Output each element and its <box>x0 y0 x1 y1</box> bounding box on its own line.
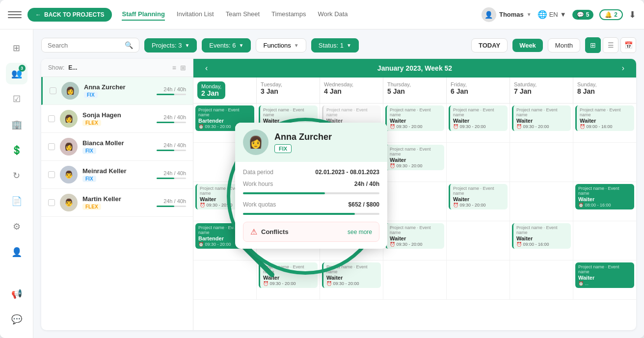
cal-cell[interactable] <box>447 221 510 260</box>
sidebar-item-sync[interactable]: ↻ <box>6 165 27 186</box>
event-card[interactable]: Project name · Event nameWaiter⏰ 09:30 -… <box>322 262 381 288</box>
cal-day-col-tue: Tuesday, 3 Jan <box>257 78 320 103</box>
staff-checkbox[interactable] <box>48 171 55 178</box>
event-card[interactable]: Project name · Event nameWaiter⏰ 09:30 -… <box>385 105 444 131</box>
staff-checkbox[interactable] <box>48 199 55 206</box>
status-filter-button[interactable]: Status: 1 ▼ <box>311 38 359 52</box>
staff-checkbox[interactable] <box>50 87 56 94</box>
see-more-link[interactable]: see more <box>348 229 372 235</box>
projects-filter-button[interactable]: Projects: 3 ▼ <box>144 38 197 52</box>
calendar-area: Show: E... ≡ ⊞ 👩 Anna Zurcher FIX <box>41 59 636 330</box>
filter-icon[interactable]: ≡ <box>172 64 176 72</box>
month-button[interactable]: Month <box>548 38 580 52</box>
cal-cell[interactable]: Project name · Event nameWaiter⏰ 09:30 -… <box>383 104 447 142</box>
staff-item-bianca[interactable]: 👩 Bianca Moller FIX 24h / 40h <box>41 133 193 161</box>
sidebar-item-account[interactable]: 👤 <box>6 241 27 263</box>
cal-cell[interactable]: Project name · Event nameWaiter⏰ 09:30 -… <box>510 104 573 142</box>
today-button[interactable]: TODAY <box>471 38 508 52</box>
avatar-anna: 👩 <box>61 82 79 100</box>
functions-filter-button[interactable]: Functions ▼ <box>256 38 306 52</box>
staff-name-anna: Anna Zurcher <box>84 83 152 91</box>
cal-cell[interactable]: Project name · Event nameWaiter⏰ 09:30 -… <box>320 260 383 299</box>
event-time-label: ⏰ 08:00 - 16:00 <box>578 203 631 208</box>
sidebar-item-announcements[interactable]: 📢 <box>6 283 27 305</box>
staff-item-anna[interactable]: 👩 Anna Zurcher FIX 24h / 40h <box>41 77 193 105</box>
week-button[interactable]: Week <box>512 39 543 52</box>
search-box[interactable]: 🔍 <box>41 38 139 52</box>
sidebar-item-staff[interactable]: 👥 3 <box>6 63 27 84</box>
cal-cell[interactable] <box>573 221 636 260</box>
calendar-next-button[interactable]: › <box>618 64 628 73</box>
tab-staff-planning[interactable]: Staff Planning <box>122 8 164 21</box>
user-menu[interactable]: 👤 Thomas ▼ <box>482 7 532 22</box>
event-card[interactable]: Project name · Event nameWaiter⏰ 09:30 -… <box>449 184 508 209</box>
event-card[interactable]: Project name · Event nameWaiter⏰ 09:30 -… <box>259 262 318 288</box>
grid-view-button[interactable]: ⊞ <box>585 37 601 53</box>
tab-work-data[interactable]: Work Data <box>318 8 348 21</box>
cal-cell[interactable] <box>447 143 510 182</box>
cal-cell[interactable] <box>510 182 573 221</box>
bell-badge[interactable]: 🔔 2 <box>599 9 623 20</box>
sidebar-item-tasks[interactable]: ☑ <box>6 88 27 110</box>
staff-item-sonja[interactable]: 👩 Sonja Hagen FLEX 24h / 40h <box>41 105 193 133</box>
work-hours-value: 24h / 40h <box>354 181 379 187</box>
events-filter-button[interactable]: Events: 6 ▼ <box>202 38 251 52</box>
staff-checkbox[interactable] <box>48 143 55 150</box>
language-selector[interactable]: 🌐 EN ▼ <box>537 10 566 19</box>
cal-cell[interactable] <box>510 143 573 182</box>
cal-cell[interactable]: Project name · Event nameWaiter⏰ 09:30 -… <box>383 221 447 260</box>
sidebar-item-chat[interactable]: 💬 <box>6 309 27 330</box>
cal-cell[interactable]: Project name · Event nameWaiter⏰ 09:30 -… <box>447 104 510 142</box>
cal-day-name-mon: Monday, <box>201 83 221 89</box>
event-card[interactable]: Project name · Event nameWaiter⏰ 09:00 -… <box>575 105 634 131</box>
cal-cell[interactable]: Project name · Event nameWaiter⏰ 09:30 -… <box>447 182 510 221</box>
event-role-label: Waiter <box>516 235 568 241</box>
staff-item-meinrad[interactable]: 👨 Meinrad Keller FIX 24h / 40h <box>41 161 193 189</box>
cal-cell[interactable]: Project name · Event nameWaiter⏰ 09:00 -… <box>510 221 573 260</box>
event-card[interactable]: Project name · Event nameWaiter⏰ 09:30 -… <box>449 105 508 131</box>
work-hours-progress-fill <box>243 192 325 194</box>
cal-cell[interactable] <box>193 260 257 299</box>
list-view-button[interactable]: ☰ <box>603 37 618 53</box>
cal-cell[interactable]: Project name · Event nameWaiter⏰ 09:30 -… <box>383 143 447 182</box>
list-icon[interactable]: ⊞ <box>180 64 186 72</box>
cal-cell[interactable]: Project name · Event nameWaiter⏰ 09:30 -… <box>257 260 320 299</box>
sidebar-item-documents[interactable]: 📄 <box>6 190 27 212</box>
sidebar-item-finance[interactable]: 💲 <box>6 139 27 161</box>
event-card[interactable]: Project name · Event nameWaiter⏰ 09:30 -… <box>385 145 444 170</box>
cal-cell[interactable] <box>573 143 636 182</box>
cal-cell[interactable]: Project name · Event nameWaiter⏰ 08:00 -… <box>573 182 636 221</box>
event-card[interactable]: Project name · Event nameWaiter⏰ ... <box>575 262 634 288</box>
event-card[interactable]: Project name · Event nameWaiter⏰ 08:00 -… <box>575 184 634 209</box>
event-card[interactable]: Project name · Event nameWaiter⏰ 09:00 -… <box>512 223 571 249</box>
sidebar-item-buildings[interactable]: 🏢 <box>6 114 27 135</box>
cal-cell[interactable] <box>447 260 510 299</box>
cal-day-num-mon: 2 Jan <box>201 89 221 97</box>
calendar-prev-button[interactable]: ‹ <box>201 64 212 73</box>
staff-header: Show: E... ≡ ⊞ <box>41 59 193 77</box>
staff-item-martin[interactable]: 👨 Martin Keller FLEX 24h / 40h <box>41 189 193 217</box>
tab-team-sheet[interactable]: Team Sheet <box>226 8 260 21</box>
cal-day-name-sat: Saturday, <box>514 81 569 87</box>
tab-timestamps[interactable]: Timestamps <box>271 8 306 21</box>
back-to-projects-button[interactable]: BACK TO PROJECTS <box>27 8 112 22</box>
event-card[interactable]: Project name · Event nameWaiter⏰ 09:30 -… <box>385 223 444 249</box>
hamburger-menu[interactable] <box>8 8 22 22</box>
calendar-view-button[interactable]: 📅 <box>620 37 636 53</box>
tab-invitation-list[interactable]: Invitation List <box>177 8 214 21</box>
download-button[interactable]: ⬇ <box>629 9 636 20</box>
cal-cell[interactable]: Project name · Event nameWaiter⏰ ... <box>573 260 636 299</box>
sidebar-item-settings[interactable]: ⚙ <box>6 216 27 237</box>
cal-cell[interactable]: Project name · Event nameWaiter⏰ 09:00 -… <box>573 104 636 142</box>
search-input[interactable] <box>48 42 121 49</box>
cal-cell[interactable] <box>510 260 573 299</box>
staff-checkbox[interactable] <box>48 115 55 122</box>
sidebar-staff-badge: 3 <box>19 65 26 72</box>
toolbar: 🔍 Projects: 3 ▼ Events: 6 ▼ Functions ▼ … <box>41 37 636 53</box>
sidebar-item-dashboard[interactable]: ⊞ <box>6 37 27 59</box>
popup-work-hours-row: Work hours 24h / 40h <box>243 181 379 187</box>
cal-cell[interactable] <box>383 182 447 221</box>
event-card[interactable]: Project name · Event nameWaiter⏰ 09:30 -… <box>512 105 571 131</box>
cal-cell[interactable] <box>383 260 447 299</box>
chat-badge[interactable]: 💬 5 <box>572 10 594 20</box>
